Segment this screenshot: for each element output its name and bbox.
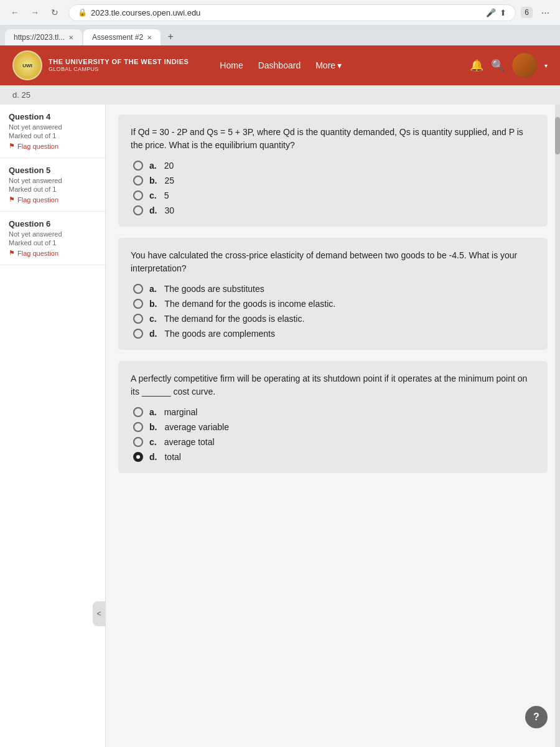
nav-more[interactable]: More ▾ [309,57,348,74]
q4-option-b[interactable]: b. 25 [133,176,535,186]
q4-radio-d[interactable] [133,205,143,215]
sidebar-q6-mark: Marked out of 1 [9,239,96,247]
uwi-text: THE UNIVERSITY OF THE WEST INDIES GLOBAL… [49,58,189,73]
tab-1-label: https://2023.tl... [14,33,65,42]
tab-1[interactable]: https://2023.tl... ✕ [5,29,82,45]
page-wrapper: UWI THE UNIVERSITY OF THE WEST INDIES GL… [0,45,560,747]
browser-actions: 6 ⋯ [521,4,554,21]
user-chevron-icon[interactable]: ▾ [544,62,548,69]
nav-home[interactable]: Home [213,57,249,74]
q6-option-b[interactable]: b. average variable [133,422,535,432]
q4-radio-c[interactable] [133,190,143,200]
flag-q6-button[interactable]: ⚑ Flag question [9,249,96,257]
flag-q6-label: Flag question [17,250,58,257]
collapse-icon: < [96,609,101,618]
q5-label-b: b. [149,299,157,309]
notification-icon[interactable]: 🔔 [470,59,483,72]
flag-q5-icon: ⚑ [9,195,15,204]
new-tab-button[interactable]: + [162,28,179,45]
q6-radio-c[interactable] [133,437,143,447]
address-bar[interactable]: 🔒 2023.tle.courses.open.uwi.edu 🎤 ⬆ [68,4,516,21]
q6-option-c[interactable]: c. average total [133,437,535,447]
q4-text-d: 30 [164,205,174,215]
q5-radio-b[interactable] [133,299,143,309]
question-6-card: A perfectly competitive firm will be ope… [118,361,548,473]
scroll-thumb[interactable] [555,117,560,154]
q4-radio-b[interactable] [133,176,143,186]
more-options-button[interactable]: ⋯ [536,4,554,21]
flag-q6-icon: ⚑ [9,249,15,257]
sidebar: Question 4 Not yet answered Marked out o… [0,105,106,747]
q4-text-c: 5 [164,190,169,200]
breadcrumb-text: d. 25 [12,90,30,100]
forward-button[interactable]: → [26,4,44,21]
sidebar-item-q6: Question 6 Not yet answered Marked out o… [0,212,105,265]
question-6-text: A perfectly competitive firm will be ope… [131,372,535,398]
uwi-header-right: 🔔 🔍 ▾ [470,53,548,78]
q6-radio-b[interactable] [133,422,143,432]
user-avatar-image [512,53,537,78]
question-5-options: a. The goods are substitutes b. The dema… [131,284,535,339]
flag-q4-button[interactable]: ⚑ Flag question [9,142,96,150]
uwi-campus-name: GLOBAL CAMPUS [49,66,189,73]
nav-dashboard[interactable]: Dashboard [252,57,307,74]
q6-text-c: average total [164,437,215,447]
user-avatar[interactable] [512,53,537,78]
browser-nav-buttons: ← → ↻ [6,4,63,21]
breadcrumb-bar: d. 25 [0,85,560,105]
tab-2[interactable]: Assessment #2 ✕ [83,29,161,45]
q5-text-d: The goods are complements [164,329,274,339]
q6-text-d: total [164,452,180,462]
q6-option-d[interactable]: d. total [133,452,535,462]
q4-option-d[interactable]: d. 30 [133,205,535,215]
browser-chrome: ← → ↻ 🔒 2023.tle.courses.open.uwi.edu 🎤 … [0,0,560,26]
q5-radio-d[interactable] [133,329,143,339]
extensions-badge[interactable]: 6 [521,7,533,18]
q6-text-b: average variable [164,422,229,432]
back-button[interactable]: ← [6,4,24,21]
sidebar-item-q4: Question 4 Not yet answered Marked out o… [0,105,105,158]
url-text: 2023.tle.courses.open.uwi.edu [91,8,482,17]
q6-option-a[interactable]: a. marginal [133,407,535,417]
tab-2-label: Assessment #2 [92,33,143,42]
q4-option-a[interactable]: a. 20 [133,161,535,171]
search-icon[interactable]: 🔍 [491,59,505,72]
collapse-sidebar-button[interactable]: < [93,601,105,626]
q6-radio-d[interactable] [133,452,143,462]
q4-radio-a[interactable] [133,161,143,171]
question-5-card: You have calculated the cross-price elas… [118,238,548,350]
q4-label-b: b. [149,176,157,186]
q5-option-c[interactable]: c. The demand for the goods is elastic. [133,314,535,324]
q5-radio-c[interactable] [133,314,143,324]
sidebar-q5-status: Not yet answered [9,177,96,184]
q6-label-a: a. [149,407,157,417]
sidebar-q4-label: Question 4 [9,112,96,121]
q6-radio-a[interactable] [133,407,143,417]
sidebar-q4-status: Not yet answered [9,123,96,131]
q5-option-b[interactable]: b. The demand for the goods is income el… [133,299,535,309]
nav-more-label: More [315,60,335,70]
q5-radio-a[interactable] [133,284,143,294]
question-4-card: If Qd = 30 - 2P and Qs = 5 + 3P, where Q… [118,115,548,227]
scrollbar[interactable] [555,105,560,747]
q4-label-c: c. [149,190,157,200]
tab-2-close[interactable]: ✕ [147,34,152,41]
uwi-header: UWI THE UNIVERSITY OF THE WEST INDIES GL… [0,45,560,85]
q5-option-d[interactable]: d. The goods are complements [133,329,535,339]
reload-button[interactable]: ↻ [46,4,63,21]
q6-label-d: d. [149,452,157,462]
question-5-text: You have calculated the cross-price elas… [131,249,535,275]
uwi-logo-image: UWI [14,52,41,79]
tab-1-close[interactable]: ✕ [68,34,73,41]
help-button[interactable]: ? [525,706,548,728]
flag-q4-icon: ⚑ [9,142,15,150]
q4-text-b: 25 [164,176,174,186]
sidebar-item-q5: Question 5 Not yet answered Marked out o… [0,158,105,212]
question-4-options: a. 20 b. 25 c. 5 d. [131,161,535,215]
flag-q5-button[interactable]: ⚑ Flag question [9,195,96,204]
q5-label-a: a. [149,284,157,294]
q4-option-c[interactable]: c. 5 [133,190,535,200]
help-label: ? [533,712,539,723]
q5-option-a[interactable]: a. The goods are substitutes [133,284,535,294]
tab-bar: https://2023.tl... ✕ Assessment #2 ✕ + [0,26,560,45]
